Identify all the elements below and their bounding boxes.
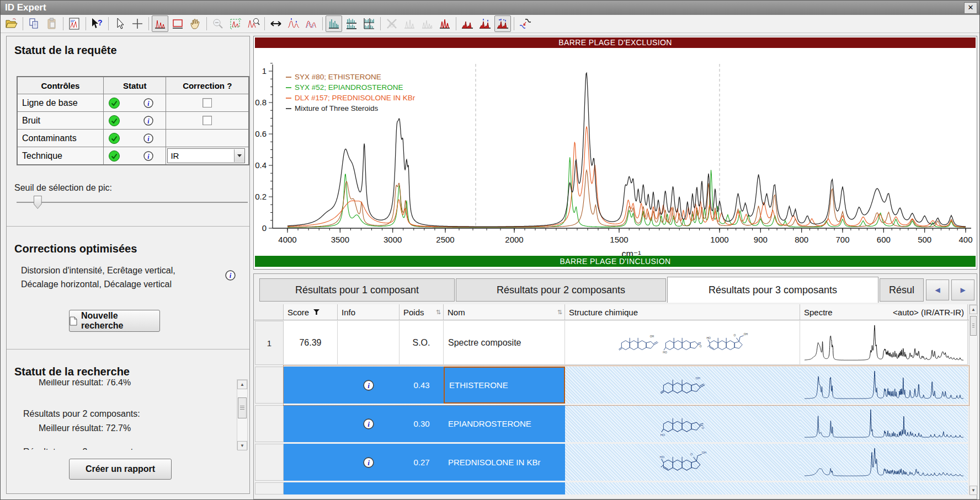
select-pointer-icon[interactable]: [111, 15, 128, 32]
corrections-title: Corrections optimisées: [14, 243, 137, 255]
stacked-view-icon[interactable]: [343, 15, 360, 32]
peak-report-icon[interactable]: [66, 15, 83, 32]
overlay-gray2-icon: [419, 15, 435, 32]
result-row-1-poids[interactable]: S.O.: [400, 321, 444, 365]
result-row-2-info[interactable]: i: [338, 367, 400, 404]
result-row-1-info[interactable]: [338, 321, 400, 365]
toolbar-separator: [380, 17, 381, 30]
results-panel: Résultats pour 1 composantRésultats pour…: [253, 273, 977, 499]
search-spectra-icon[interactable]: [459, 15, 476, 32]
info-icon[interactable]: i: [143, 116, 153, 126]
result-row-3-spectre[interactable]: [800, 405, 968, 442]
info-icon[interactable]: i: [143, 98, 153, 108]
open-icon[interactable]: [3, 15, 20, 32]
full-range-icon[interactable]: [268, 15, 284, 32]
col-header-poids[interactable]: Poids⇅: [400, 304, 444, 320]
crosshair-icon[interactable]: [129, 15, 146, 32]
result-row-3-structure[interactable]: .s{stroke:#2a4b85;fill:none;stroke-width…: [565, 405, 800, 442]
info-icon[interactable]: i: [363, 457, 374, 468]
exclusion-range-bar[interactable]: BARRE PLAGE D'EXCLUSION: [255, 37, 976, 48]
result-row-3-score[interactable]: [284, 405, 338, 442]
col-header-score[interactable]: Score: [284, 304, 338, 320]
scroll-up-icon[interactable]: ▲: [970, 305, 977, 314]
zoom-spectrum-icon[interactable]: [245, 15, 262, 32]
peak-threshold-slider-thumb[interactable]: [34, 196, 42, 209]
spectra-plot[interactable]: 10.80.60.40.2040003500300025002000150010…: [254, 49, 977, 257]
grid-view-icon[interactable]: [361, 15, 377, 32]
result-row-1-nom[interactable]: Spectre composite: [444, 321, 565, 365]
result-row-4-score[interactable]: [284, 444, 338, 481]
result-row-4-poids[interactable]: 0.27: [400, 444, 444, 481]
copy-icon[interactable]: [26, 15, 42, 32]
result-row-1-score[interactable]: 76.39: [284, 321, 338, 365]
tab-results-4-composant[interactable]: Résul: [880, 278, 924, 302]
result-row-5-partial[interactable]: [284, 482, 338, 494]
scroll-thumb[interactable]: [970, 316, 977, 336]
result-row-1-structure[interactable]: .s{stroke:#333;fill:none;stroke-width:1.…: [565, 321, 800, 365]
result-row-2-nom[interactable]: ETHISTERONE: [444, 367, 565, 404]
col-header-info[interactable]: Info: [338, 304, 400, 320]
title-bar[interactable]: ID Expert ✕: [1, 1, 980, 15]
tab-results-3-composant[interactable]: Résultats pour 3 composants: [667, 277, 878, 303]
inclusion-range-bar[interactable]: BARRE PLAGE D'INCLUSION: [255, 256, 976, 267]
peak-threshold-label: Seuil de sélection de pic:: [14, 181, 112, 195]
result-row-5-partial[interactable]: [338, 482, 400, 494]
result-row-3-nom[interactable]: EPIANDROSTERONE: [444, 405, 565, 442]
peak-picking-icon[interactable]: [152, 15, 168, 32]
result-row-2-poids[interactable]: 0.43: [400, 367, 444, 404]
search-status-scrollbar[interactable]: ▲▼: [237, 379, 248, 450]
scroll-down-icon[interactable]: ▼: [970, 486, 977, 495]
info-icon[interactable]: i: [143, 151, 153, 161]
transfer-icon[interactable]: [517, 15, 534, 32]
structure-prednisolone-drawing: .s{stroke:#2a4b85;fill:none;stroke-width…: [658, 449, 707, 476]
correction-checkbox[interactable]: [203, 116, 212, 125]
region-select-icon[interactable]: [169, 15, 186, 32]
spectre-mode[interactable]: <auto> (IR/ATR-IR): [893, 308, 964, 317]
structure-epiandrosterone-drawing: .s{stroke:#333;fill:none;stroke-width:1.…: [661, 331, 704, 355]
tab-scroll-right-icon[interactable]: ▶: [951, 279, 974, 300]
zoom-region-icon[interactable]: [227, 15, 244, 32]
result-row-4-info[interactable]: i: [338, 444, 400, 481]
single-view-icon[interactable]: [326, 15, 342, 32]
result-row-2-structure[interactable]: .s{stroke:#2a4b85;fill:none;stroke-width…: [565, 367, 800, 404]
result-row-2-spectre[interactable]: [800, 367, 968, 404]
result-row-3-info[interactable]: i: [338, 405, 400, 442]
scroll-down-icon[interactable]: ▼: [237, 441, 247, 450]
col-header-structure-chimique[interactable]: Structure chimique: [565, 304, 800, 320]
peak-compare-icon[interactable]: [303, 15, 319, 32]
result-row-5-partial[interactable]: [400, 482, 444, 494]
result-row-5-partial[interactable]: [444, 482, 565, 494]
overlay-red-icon[interactable]: [436, 15, 453, 32]
info-icon[interactable]: i: [225, 270, 236, 281]
search-spectra-3-icon[interactable]: [494, 15, 511, 32]
result-row-4-structure[interactable]: .s{stroke:#2a4b85;fill:none;stroke-width…: [565, 444, 800, 481]
info-icon[interactable]: i: [143, 133, 153, 143]
scroll-up-icon[interactable]: ▲: [237, 380, 247, 389]
tab-results-1-composant[interactable]: Résultats pour 1 composant: [259, 278, 455, 302]
result-row-1-spectre[interactable]: [800, 321, 968, 365]
technique-select[interactable]: IR: [167, 148, 245, 163]
info-icon[interactable]: i: [363, 418, 374, 429]
peak-threshold-slider[interactable]: [17, 202, 248, 203]
correction-checkbox[interactable]: [203, 98, 212, 107]
tab-scroll-left-icon[interactable]: ◀: [926, 279, 949, 300]
peak-find-icon[interactable]: [285, 15, 302, 32]
main-toolbar: ?: [1, 15, 980, 33]
close-icon[interactable]: ✕: [964, 2, 977, 14]
scroll-thumb[interactable]: [238, 397, 247, 418]
pan-hand-icon[interactable]: [187, 15, 204, 32]
context-help-icon[interactable]: ?: [89, 15, 105, 32]
result-row-3-poids[interactable]: 0.30: [400, 405, 444, 442]
new-search-button[interactable]: Nouvelle recherche: [69, 310, 160, 332]
chevron-down-icon[interactable]: [234, 149, 244, 162]
result-row-4-spectre[interactable]: [800, 444, 968, 481]
search-spectra-2-icon[interactable]: [477, 15, 493, 32]
info-icon[interactable]: i: [363, 380, 374, 391]
results-scrollbar[interactable]: ▲▼: [969, 304, 978, 494]
col-header-spectre[interactable]: Spectre<auto> (IR/ATR-IR): [800, 304, 968, 320]
result-row-4-nom[interactable]: PREDNISOLONE IN KBr: [444, 444, 565, 481]
tab-results-2-composant[interactable]: Résultats pour 2 composants: [456, 278, 666, 302]
create-report-button[interactable]: Créer un rapport: [69, 459, 172, 480]
col-header-nom[interactable]: Nom⇅: [444, 304, 565, 320]
result-row-2-score[interactable]: [284, 367, 338, 404]
